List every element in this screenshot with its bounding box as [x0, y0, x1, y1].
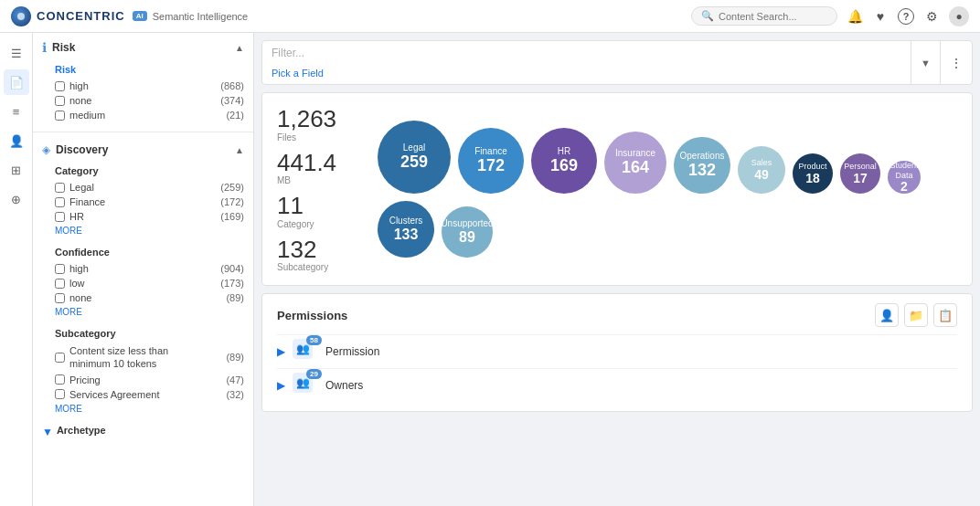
- bubble-insurance[interactable]: Insurance164: [604, 132, 666, 194]
- rail-doc-icon[interactable]: 📄: [4, 69, 29, 95]
- filter-item-high: high (868): [42, 79, 244, 93]
- bubble-clusters[interactable]: Clusters133: [378, 201, 434, 258]
- stat-files: 1,263 Files: [277, 106, 359, 142]
- user-menu-icon[interactable]: ●: [949, 6, 969, 26]
- perm-row-owners: ▶ 👥 29 Owners: [277, 368, 957, 402]
- stats-bubbles-card: 1,263 Files 441.4 MB 11 Category 132 Sub…: [261, 92, 973, 286]
- archetype-expand-icon: ▼: [42, 426, 53, 438]
- category-more-link[interactable]: MORE: [42, 224, 244, 237]
- filter-dropdown-btn[interactable]: ▼: [911, 41, 940, 84]
- main-layout: ☰ 📄 ≡ 👤 ⊞ ⊕ ℹ Risk ▲ Risk high (868): [0, 33, 980, 506]
- stat-mb-label: MB: [277, 175, 359, 185]
- filter-count-high: (868): [220, 80, 244, 91]
- stat-subcat-label: Subcategory: [277, 262, 359, 272]
- risk-info-icon: ℹ: [42, 40, 47, 55]
- stat-category: 11 Category: [277, 193, 359, 229]
- confidence-more-link[interactable]: MORE: [42, 305, 244, 319]
- filter-item-services: Services Agreement (32): [42, 387, 244, 402]
- bubble-unsupported[interactable]: Unsupported89: [442, 206, 493, 258]
- rail-list-icon[interactable]: ≡: [4, 99, 29, 124]
- rail-user-icon[interactable]: 👤: [4, 128, 29, 153]
- filter-checkbox-legal[interactable]: [55, 183, 65, 193]
- permissions-title: Permissions: [277, 309, 347, 322]
- rail-menu-icon[interactable]: ☰: [4, 40, 29, 66]
- permissions-card: Permissions 👤 📁 📋 ▶ 👥 58 Permission ▶ �: [261, 293, 973, 412]
- filter-label-services: Services Agreement: [69, 389, 159, 400]
- bubbles-row-1: Legal259Finance172HR169Insurance164Opera…: [378, 121, 957, 194]
- bubble-finance[interactable]: Finance172: [458, 128, 524, 194]
- archetype-filter-group: ▼ Archetype: [33, 421, 253, 445]
- bubble-sales[interactable]: Sales49: [738, 146, 785, 194]
- subcategory-group-title: Subcategory: [42, 328, 244, 339]
- perm-user-view-btn[interactable]: 👤: [875, 303, 899, 327]
- filter-checkbox-services[interactable]: [55, 389, 65, 399]
- risk-section-left: ℹ Risk: [42, 40, 75, 55]
- stat-mb: 441.4 MB: [277, 150, 359, 186]
- stat-files-value: 1,263: [277, 106, 359, 132]
- bubbles-area: Legal259Finance172HR169Insurance164Opera…: [378, 121, 957, 258]
- help-icon[interactable]: ?: [898, 8, 914, 25]
- filter-checkbox-none[interactable]: [55, 96, 65, 106]
- filter-bar: Filter... Pick a Field ▼ ⋮: [261, 40, 973, 85]
- filter-checkbox-tokens[interactable]: [55, 353, 65, 363]
- search-box[interactable]: 🔍: [691, 6, 837, 26]
- filter-checkbox-high[interactable]: [55, 81, 65, 91]
- icon-rail: ☰ 📄 ≡ 👤 ⊞ ⊕: [0, 33, 33, 506]
- subcategory-more-link[interactable]: MORE: [42, 402, 244, 416]
- perm-expand-owners[interactable]: ▶: [277, 379, 285, 392]
- filter-count-pricing: (47): [226, 374, 244, 385]
- filter-checkbox-conf-low[interactable]: [55, 279, 65, 289]
- bubble-hr[interactable]: HR169: [531, 128, 597, 194]
- filter-checkbox-conf-none[interactable]: [55, 293, 65, 303]
- subcategory-filter-group: Subcategory Content size less than minim…: [33, 324, 253, 421]
- bubble-legal[interactable]: Legal259: [378, 121, 451, 194]
- search-input[interactable]: [719, 11, 828, 22]
- category-group-title: Category: [42, 165, 244, 176]
- perm-row-permission: ▶ 👥 58 Permission: [277, 334, 957, 368]
- filter-item-finance: Finance (172): [42, 195, 244, 209]
- filter-label-conf-low: low: [69, 278, 85, 289]
- filter-count-conf-none: (89): [226, 292, 244, 303]
- discovery-icon: ◈: [42, 143, 50, 156]
- filter-item-pricing: Pricing (47): [42, 373, 244, 387]
- rail-grid-icon[interactable]: ⊞: [4, 157, 29, 183]
- pick-field-link[interactable]: Pick a Field: [262, 65, 911, 84]
- filter-label-conf-none: none: [69, 292, 91, 303]
- filter-placeholder[interactable]: Filter...: [272, 47, 901, 59]
- bubble-operations[interactable]: Operations132: [674, 137, 730, 194]
- risk-group-title: Risk: [42, 64, 244, 75]
- discovery-section-header[interactable]: ◈ Discovery ▲: [33, 136, 253, 162]
- filter-checkbox-finance[interactable]: [55, 197, 65, 207]
- filter-checkbox-conf-high[interactable]: [55, 264, 65, 274]
- filter-count-medium: (21): [226, 110, 244, 121]
- filter-input-row: Filter...: [262, 41, 911, 65]
- stat-cat-value: 11: [277, 193, 359, 219]
- filter-checkbox-medium[interactable]: [55, 111, 65, 121]
- filter-count-legal: (259): [220, 182, 244, 193]
- filter-bar-right: ▼ ⋮: [911, 41, 972, 84]
- confidence-group-title: Confidence: [42, 247, 244, 258]
- filter-checkbox-hr[interactable]: [55, 212, 65, 222]
- filter-label-finance: Finance: [69, 196, 105, 207]
- filter-label-legal: Legal: [69, 182, 94, 193]
- bubble-product[interactable]: Product18: [793, 153, 833, 194]
- heart-icon[interactable]: ♥: [872, 8, 889, 25]
- perm-copy-btn[interactable]: 📋: [933, 303, 957, 327]
- bubbles-row-2: Clusters133Unsupported89: [378, 201, 957, 258]
- filter-options-btn[interactable]: ⋮: [940, 41, 972, 84]
- category-filter-group: Category Legal (259) Finance (172) HR: [33, 162, 253, 243]
- filter-checkbox-pricing[interactable]: [55, 374, 65, 385]
- bell-icon[interactable]: 🔔: [847, 8, 863, 25]
- stat-cat-label: Category: [277, 219, 359, 229]
- perm-folder-view-btn[interactable]: 📁: [904, 303, 928, 327]
- filter-count-hr: (169): [220, 211, 244, 222]
- perm-expand-permission[interactable]: ▶: [277, 345, 285, 358]
- filter-item-conf-high: high (904): [42, 261, 244, 276]
- bubble-student-data[interactable]: Student Data2: [888, 161, 921, 194]
- risk-section-header[interactable]: ℹ Risk ▲: [33, 33, 253, 60]
- bubble-personal[interactable]: Personal17: [840, 153, 880, 194]
- settings-icon[interactable]: ⚙: [923, 8, 940, 25]
- discovery-chevron-icon: ▲: [235, 145, 244, 155]
- confidence-filter-group: Confidence high (904) low (173) none: [33, 243, 253, 324]
- rail-plus-icon[interactable]: ⊕: [4, 186, 29, 212]
